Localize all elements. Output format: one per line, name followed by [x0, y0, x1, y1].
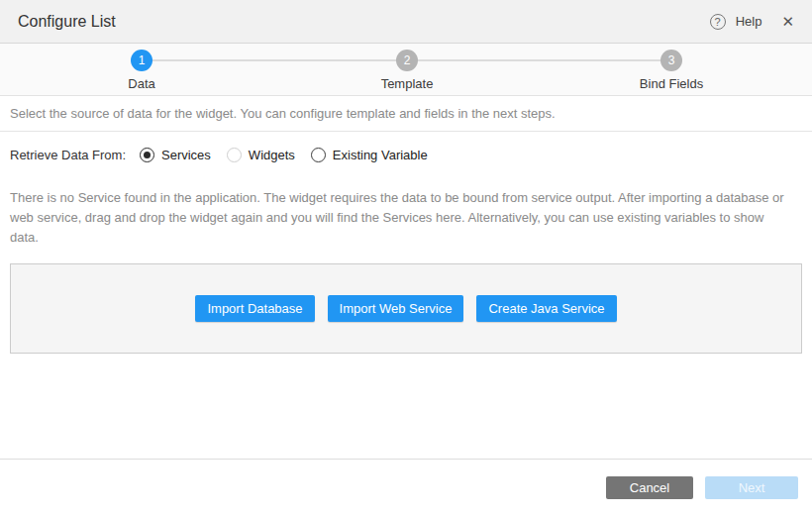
wizard-stepper: 1 Data 2 Template 3 Bind Fields — [0, 44, 812, 96]
radio-services[interactable]: Services — [140, 148, 211, 162]
help-link[interactable]: Help — [736, 14, 762, 29]
radio-existing-variable-circle[interactable] — [311, 148, 326, 162]
service-actions-panel: Import Database Import Web Service Creat… — [10, 263, 802, 354]
radio-services-label: Services — [161, 148, 211, 162]
dialog-footer: Cancel Next — [0, 459, 812, 516]
step-2-circle[interactable]: 2 — [396, 50, 418, 71]
retrieve-data-row: Retrieve Data From: Services Widgets Exi… — [0, 132, 812, 178]
create-java-service-button[interactable]: Create Java Service — [476, 295, 616, 322]
step-1-circle[interactable]: 1 — [131, 50, 152, 71]
radio-widgets-label: Widgets — [249, 148, 295, 162]
step-3-label: Bind Fields — [602, 76, 741, 91]
cancel-button[interactable]: Cancel — [606, 476, 693, 499]
import-database-button[interactable]: Import Database — [195, 295, 314, 322]
close-icon[interactable]: ✕ — [781, 13, 794, 31]
radio-existing-variable-label: Existing Variable — [333, 148, 428, 162]
next-button[interactable]: Next — [705, 476, 798, 499]
retrieve-data-label: Retrieve Data From: — [10, 148, 140, 162]
step-3-circle[interactable]: 3 — [660, 50, 682, 71]
step-1-label: Data — [72, 76, 211, 91]
header-actions: ? Help ✕ — [710, 13, 794, 31]
radio-widgets[interactable]: Widgets — [227, 148, 295, 162]
step-2-label: Template — [338, 76, 476, 91]
radio-services-circle[interactable] — [140, 148, 154, 162]
help-icon[interactable]: ? — [710, 14, 726, 30]
dialog-header: Configure List ? Help ✕ — [0, 0, 812, 44]
radio-existing-variable[interactable]: Existing Variable — [311, 148, 428, 162]
data-source-radio-group: Services Widgets Existing Variable — [140, 148, 428, 162]
radio-widgets-circle[interactable] — [227, 148, 242, 162]
no-service-message: There is no Service found in the applica… — [0, 178, 804, 248]
step-description-text: Select the source of data for the widget… — [10, 106, 556, 121]
page-title: Configure List — [18, 13, 116, 31]
step-description-row: Select the source of data for the widget… — [0, 96, 812, 132]
configure-list-dialog: Configure List ? Help ✕ 1 Data 2 Templat… — [0, 0, 812, 516]
import-web-service-button[interactable]: Import Web Service — [328, 295, 464, 322]
